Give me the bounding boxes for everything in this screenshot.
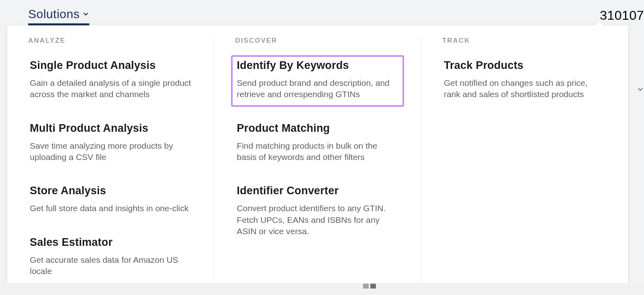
chevron-down-icon	[82, 10, 89, 18]
menu-item-title: Track Products	[444, 59, 605, 72]
menu-item-desc: Get notified on changes such as price, r…	[444, 77, 605, 100]
solutions-tab-label: Solutions	[28, 7, 80, 21]
menu-item-desc: Find matching products in bulk on the ba…	[237, 140, 398, 163]
menu-item-single-product-analysis[interactable]: Single Product AnalysisGain a detailed a…	[24, 55, 197, 107]
menu-item-title: Store Analysis	[30, 185, 191, 197]
column-header: TRACK	[442, 37, 607, 45]
menu-item-title: Sales Estimator	[30, 236, 191, 249]
column-header: DISCOVER	[235, 37, 400, 45]
menu-item-product-matching[interactable]: Product MatchingFind matching products i…	[231, 118, 404, 170]
bottom-bar-nub	[363, 284, 369, 289]
menu-item-title: Identify By Keywords	[237, 59, 398, 72]
menu-item-multi-product-analysis[interactable]: Multi Product AnalysisSave time analyzin…	[24, 118, 197, 170]
menu-item-title: Identifier Converter	[237, 185, 398, 197]
menu-item-sales-estimator[interactable]: Sales EstimatorGet accurate sales data f…	[24, 232, 197, 284]
menu-item-desc: Get full store data and insights in one-…	[30, 203, 191, 214]
menu-item-desc: Get accurate sales data for Amazon US lo…	[30, 254, 191, 277]
menu-column-analyze: ANALYZESingle Product AnalysisGain a det…	[7, 37, 214, 283]
bottom-bar-nub	[370, 284, 376, 289]
menu-column-track: TRACKTrack ProductsGet notified on chang…	[421, 37, 628, 283]
bottom-bar	[0, 283, 644, 295]
menu-item-desc: Send product brand and description, and …	[237, 77, 398, 100]
menu-item-desc: Gain a detailed analysis of a single pro…	[30, 77, 191, 100]
menu-item-identify-by-keywords[interactable]: Identify By KeywordsSend product brand a…	[231, 55, 404, 107]
menu-item-title: Product Matching	[237, 122, 398, 135]
menu-item-track-products[interactable]: Track ProductsGet notified on changes su…	[438, 55, 611, 107]
menu-item-title: Single Product Analysis	[30, 59, 191, 72]
column-header: ANALYZE	[28, 37, 193, 45]
solutions-dropdown-panel: ANALYZESingle Product AnalysisGain a det…	[7, 25, 628, 295]
menu-item-identifier-converter[interactable]: Identifier ConverterConvert product iden…	[231, 181, 404, 243]
solutions-tab[interactable]: Solutions	[28, 7, 89, 25]
page-number: 310107	[600, 8, 644, 23]
menu-column-discover: DISCOVERIdentify By KeywordsSend product…	[214, 37, 421, 283]
menu-item-desc: Convert product identifiers to any GTIN.…	[237, 203, 398, 237]
side-chevron-icon	[637, 85, 644, 96]
menu-item-store-analysis[interactable]: Store AnalysisGet full store data and in…	[24, 181, 197, 220]
menu-item-desc: Save time analyzing more products by upl…	[30, 140, 191, 163]
menu-item-title: Multi Product Analysis	[30, 122, 191, 135]
